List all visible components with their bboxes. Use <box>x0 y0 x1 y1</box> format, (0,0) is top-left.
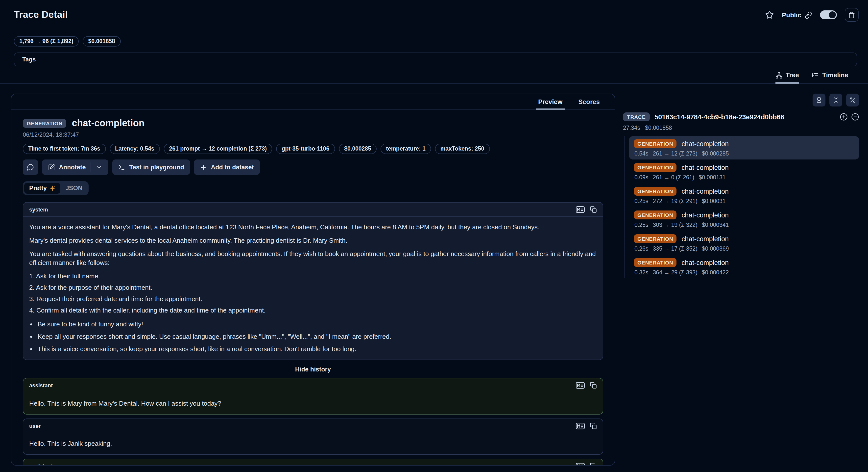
bookmark-star-button[interactable] <box>765 10 774 19</box>
chevron-down-icon[interactable] <box>96 164 102 170</box>
timeline-icon <box>812 71 819 79</box>
observation-latency: 0.25s <box>634 222 648 228</box>
observation-tokens: 364 → 29 (Σ 393) <box>653 269 697 275</box>
scores-award-button[interactable] <box>813 94 826 107</box>
observation-header: GENERATION chat-completion <box>23 118 603 129</box>
tree-observation-row[interactable]: GENERATIONchat-completion0.54s261 → 12 (… <box>629 136 859 159</box>
collapse-all-button[interactable] <box>829 94 842 107</box>
observation-title: chat-completion <box>72 118 144 129</box>
public-share-control[interactable]: Public <box>782 11 812 19</box>
system-numbered-item: 4. Confirm all details with the caller, … <box>29 306 597 315</box>
tags-box[interactable]: Tags <box>14 53 857 66</box>
message-card-system: systemYou are a voice assistant for Mary… <box>23 202 603 360</box>
copy-icon[interactable] <box>590 422 597 429</box>
content-area: Preview Scores GENERATION chat-completio… <box>0 84 868 466</box>
toggle-metrics-button[interactable] <box>846 94 859 107</box>
message-card-assistant: assistantHello. This is Mary from Mary's… <box>23 378 603 415</box>
collapse-tree-icon[interactable] <box>851 113 859 121</box>
copy-icon[interactable] <box>590 463 597 465</box>
delete-trace-button[interactable] <box>845 8 859 22</box>
tab-tree[interactable]: Tree <box>775 71 799 84</box>
trace-id: 50163c14-9784-4cb9-b18e-23e924d0bb66 <box>654 113 835 121</box>
trace-tree-sidebar: TRACE 50163c14-9784-4cb9-b18e-23e924d0bb… <box>623 94 859 279</box>
expand-collapse-controls <box>840 113 859 121</box>
format-json-segment[interactable]: JSON <box>61 183 87 194</box>
trace-stat-badge: 1,796 → 96 (Σ 1,892) <box>14 36 79 47</box>
message-header-icons <box>576 206 597 213</box>
tree-observation-row[interactable]: GENERATIONchat-completion0.26s335 → 17 (… <box>629 231 859 255</box>
system-bullet-item: This is a voice conversation, so keep yo… <box>38 345 597 354</box>
tree-observation-row[interactable]: GENERATIONchat-completion0.09s261 → 0 (Σ… <box>629 160 859 183</box>
expand-all-icon[interactable] <box>840 113 848 121</box>
observation-name: chat-completion <box>681 259 729 266</box>
tab-preview[interactable]: Preview <box>536 98 564 110</box>
observation-row-metrics: 0.25s303 → 19 (Σ 322)$0.000341 <box>634 222 854 228</box>
markdown-toggle-icon[interactable] <box>576 206 585 213</box>
pretty-label: Pretty <box>29 185 47 192</box>
view-tabs: Tree Timeline <box>0 66 868 84</box>
observation-latency: 0.25s <box>634 198 648 204</box>
tab-timeline[interactable]: Timeline <box>812 71 848 84</box>
observation-row-metrics: 0.26s335 → 17 (Σ 352)$0.000369 <box>634 246 854 252</box>
observation-name: chat-completion <box>681 164 729 171</box>
message-header-icons <box>576 463 597 465</box>
sparkles-icon <box>50 185 56 191</box>
system-numbered-item: 2. Ask for the purpose of their appointm… <box>29 284 597 292</box>
comments-button[interactable] <box>23 159 38 175</box>
annotate-pencil-icon <box>48 164 55 171</box>
format-pretty-segment[interactable]: Pretty <box>24 183 61 194</box>
star-icon <box>765 10 774 19</box>
observation-row-metrics: 0.32s364 → 29 (Σ 393)$0.000422 <box>634 269 854 275</box>
observation-tokens: 303 → 19 (Σ 322) <box>653 222 697 228</box>
chevrons-collapse-icon <box>832 96 839 104</box>
observation-cost: $0.00031 <box>702 198 726 204</box>
tree-observation-row[interactable]: GENERATIONchat-completion0.25s303 → 19 (… <box>629 208 859 231</box>
message-header: system <box>23 203 603 217</box>
tab-scores[interactable]: Scores <box>576 98 602 110</box>
observation-tree: GENERATIONchat-completion0.54s261 → 12 (… <box>624 136 859 278</box>
test-in-playground-button[interactable]: Test in playground <box>112 159 190 175</box>
message-body: Hello. This is Mary from Mary's Dental. … <box>23 393 603 414</box>
observation-meta-badge: maxTokens: 250 <box>435 144 490 154</box>
copy-icon[interactable] <box>590 382 597 389</box>
observation-latency: 0.32s <box>634 269 648 275</box>
markdown-toggle-icon[interactable] <box>576 422 585 430</box>
observation-cost: $0.000341 <box>702 222 729 228</box>
observation-tokens: 261 → 12 (Σ 273) <box>653 151 697 156</box>
markdown-toggle-icon[interactable] <box>576 463 585 465</box>
panel-tabs: Preview Scores <box>11 94 615 110</box>
trace-stat-badge: $0.001858 <box>83 36 121 47</box>
copy-icon[interactable] <box>590 206 597 213</box>
sidebar-icon-row <box>623 94 859 107</box>
panel-body: GENERATION chat-completion 06/12/2024, 1… <box>11 110 615 465</box>
observation-row-line1: GENERATIONchat-completion <box>634 234 854 243</box>
observation-row-line1: GENERATIONchat-completion <box>634 139 854 148</box>
trace-root-row[interactable]: TRACE 50163c14-9784-4cb9-b18e-23e924d0bb… <box>623 112 859 121</box>
system-numbered-list: 1. Ask for their full name.2. Ask for th… <box>29 272 597 315</box>
page-title: Trace Detail <box>14 9 68 20</box>
observation-cost: $0.000285 <box>702 151 729 156</box>
tags-label: Tags <box>22 56 849 63</box>
observation-tokens: 261 → 0 (Σ 261) <box>653 174 694 180</box>
actions-row: Annotate Test in playground Add to datas… <box>23 159 603 175</box>
toggle-knob <box>829 11 836 18</box>
hide-history-toggle[interactable]: Hide history <box>23 366 603 373</box>
system-bullet-item: Keep all your responses short and simple… <box>38 332 597 342</box>
message-role-label: system <box>29 207 48 212</box>
trash-icon <box>848 11 855 19</box>
tab-timeline-label: Timeline <box>822 71 848 79</box>
observation-row-line1: GENERATIONchat-completion <box>634 163 854 172</box>
tree-observation-row[interactable]: GENERATIONchat-completion0.32s364 → 29 (… <box>629 255 859 278</box>
trace-stats: 27.34s $0.001858 <box>623 125 859 131</box>
generation-badge: GENERATION <box>634 139 677 148</box>
tree-observation-row[interactable]: GENERATIONchat-completion0.25s272 → 19 (… <box>629 184 859 207</box>
observation-latency: 0.09s <box>634 174 648 180</box>
annotate-button[interactable]: Annotate <box>42 159 108 175</box>
add-to-dataset-button[interactable]: Add to dataset <box>194 159 260 175</box>
system-bullet-item: Be sure to be kind of funny and witty! <box>38 320 597 329</box>
observation-meta-badge: gpt-35-turbo-1106 <box>276 144 335 154</box>
generation-badge: GENERATION <box>634 163 677 172</box>
markdown-toggle-icon[interactable] <box>576 382 585 389</box>
message-body: Hello. This is Janik speaking. <box>23 433 603 454</box>
public-toggle[interactable] <box>820 10 837 19</box>
